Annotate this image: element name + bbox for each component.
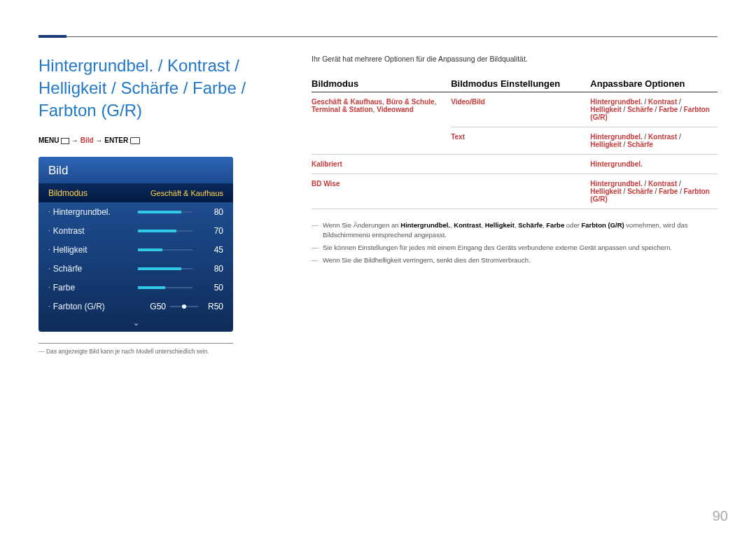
page: Hintergrundbel. / Kontrast / Helligkeit … (0, 0, 756, 355)
osd-slider-row[interactable]: ·Kontrast70 (38, 221, 233, 240)
osd-slider-value: 80 (198, 207, 223, 217)
chevron-down-icon[interactable]: ⌄ (38, 316, 233, 332)
token-sep: , (435, 98, 437, 106)
slider-thumb-icon (182, 304, 186, 309)
arrow-icon: → (71, 136, 80, 144)
osd-slider-value: 45 (198, 245, 223, 255)
slider[interactable] (138, 249, 192, 251)
osd-slider-value: 50 (198, 283, 223, 293)
osd-tint-row[interactable]: · Farbton (G/R) G50 R50 (38, 297, 233, 316)
cell-einstellung (451, 154, 590, 174)
osd-slider-row[interactable]: ·Helligkeit45 (38, 240, 233, 259)
cell-bildmodus: Kalibriert (312, 154, 451, 174)
token-plain: Wenn Sie Änderungen an (323, 221, 400, 229)
token-strong: Kontrast (454, 221, 481, 229)
slider[interactable] (138, 230, 192, 232)
token-sep: / (653, 106, 659, 113)
osd-slider-row[interactable]: ·Schärfe80 (38, 259, 233, 278)
osd-mode-label: Bildmodus (48, 188, 150, 198)
note-2: Sie können Einstellungen für jedes mit e… (312, 243, 718, 253)
menu-label: MENU (38, 136, 59, 144)
enter-icon (130, 137, 140, 144)
table-row: BD WiseHintergrundbel. / Kontrast / Hell… (312, 174, 718, 209)
token-strong: BD Wise (312, 180, 340, 188)
osd-slider-value: 80 (198, 264, 223, 274)
token-sep: / (653, 188, 659, 195)
osd-slider-label: Hintergrundbel. (53, 207, 138, 217)
token-strong: Kontrast (648, 133, 677, 141)
token-strong: Farbe (659, 106, 678, 113)
token-sep: / (643, 98, 648, 106)
token-strong: Helligkeit (590, 141, 621, 148)
token-strong: Schärfe (627, 188, 653, 195)
cell-einstellung: Video/Bild (451, 92, 590, 127)
osd-rows: ·Hintergrundbel.80·Kontrast70·Helligkeit… (38, 202, 233, 297)
th-bildmodus: Bildmodus (312, 78, 451, 92)
tint-slider[interactable] (170, 306, 198, 307)
osd-mode-value: Geschäft & Kaufhaus (150, 189, 223, 197)
cell-bildmodus: BD Wise (312, 174, 451, 209)
bullet-icon: · (48, 208, 50, 216)
arrow-icon: → (95, 136, 104, 144)
token-strong: Farbe (659, 188, 678, 195)
bullet-icon: · (48, 283, 50, 291)
table-row: KalibriertHintergrundbel. (312, 154, 718, 174)
osd-tint-r: R50 (202, 302, 223, 311)
token-strong: Text (451, 133, 465, 141)
note-3: Wenn Sie die Bildhelligkeit verringern, … (312, 255, 718, 265)
token-strong: Hintergrundbel. (590, 133, 642, 141)
token-strong: Farbton (G/R) (581, 221, 624, 229)
token-strong: Geschäft & Kaufhaus (312, 98, 382, 106)
token-strong: Helligkeit (590, 188, 621, 195)
osd-slider-label: Helligkeit (53, 245, 138, 255)
token-sep: / (622, 141, 627, 148)
page-number: 90 (713, 508, 728, 524)
token-strong: Hintergrundbel. (400, 221, 450, 229)
osd-slider-row[interactable]: ·Hintergrundbel.80 (38, 202, 233, 221)
accent-bar (38, 35, 66, 38)
footnote-image-note: Das angezeigte Bild kann je nach Modell … (38, 348, 273, 355)
bullet-icon: · (48, 246, 50, 253)
token-sep: / (622, 188, 627, 195)
slider-fill (138, 267, 181, 270)
token-sep: / (677, 180, 681, 188)
token-strong: Hintergrundbel. (590, 98, 642, 106)
cell-einstellung (451, 174, 590, 209)
token-strong: Schärfe (627, 106, 653, 113)
token-strong: Kontrast (648, 98, 677, 106)
slider[interactable] (138, 211, 192, 213)
token-sep: / (677, 98, 681, 106)
left-column: Hintergrundbel. / Kontrast / Helligkeit … (38, 55, 273, 356)
token-sep: / (677, 133, 681, 141)
header-line (66, 36, 718, 37)
menu-icon (61, 138, 69, 144)
bullet-icon: · (48, 302, 50, 310)
token-strong: Videowand (377, 106, 414, 113)
osd-slider-label: Farbe (53, 283, 138, 293)
menu-breadcrumb: MENU → Bild → ENTER (38, 136, 273, 144)
breadcrumb-bild: Bild (80, 136, 94, 144)
osd-mode-row[interactable]: Bildmodus Geschäft & Kaufhaus (38, 183, 233, 202)
cell-optionen: Hintergrundbel. / Kontrast / Helligkeit … (590, 92, 718, 127)
divider (38, 343, 233, 344)
th-einstellungen: Bildmodus Einstellungen (451, 78, 590, 92)
token-strong: Video/Bild (451, 98, 485, 106)
table-row: Geschäft & Kaufhaus, Büro & Schule, Term… (312, 92, 718, 127)
slider[interactable] (138, 268, 192, 269)
token-strong: Farbe (546, 221, 564, 229)
osd-tint-g: G50 (142, 302, 166, 311)
osd-slider-row[interactable]: ·Farbe50 (38, 278, 233, 297)
cell-optionen: Hintergrundbel. (590, 154, 718, 174)
options-table: Bildmodus Bildmodus Einstellungen Anpass… (312, 78, 718, 209)
cell-einstellung: Text (451, 127, 590, 154)
bullet-icon: · (48, 265, 50, 272)
osd-slider-label: Schärfe (53, 264, 138, 274)
token-sep: / (643, 180, 648, 188)
columns: Hintergrundbel. / Kontrast / Helligkeit … (38, 55, 718, 356)
bullet-icon: · (48, 227, 50, 234)
osd-tint-label: Farbton (G/R) (53, 302, 142, 311)
enter-label: ENTER (104, 136, 128, 144)
slider[interactable] (138, 287, 192, 288)
slider-fill (138, 211, 181, 213)
cell-bildmodus: Geschäft & Kaufhaus, Büro & Schule, Term… (312, 92, 451, 154)
